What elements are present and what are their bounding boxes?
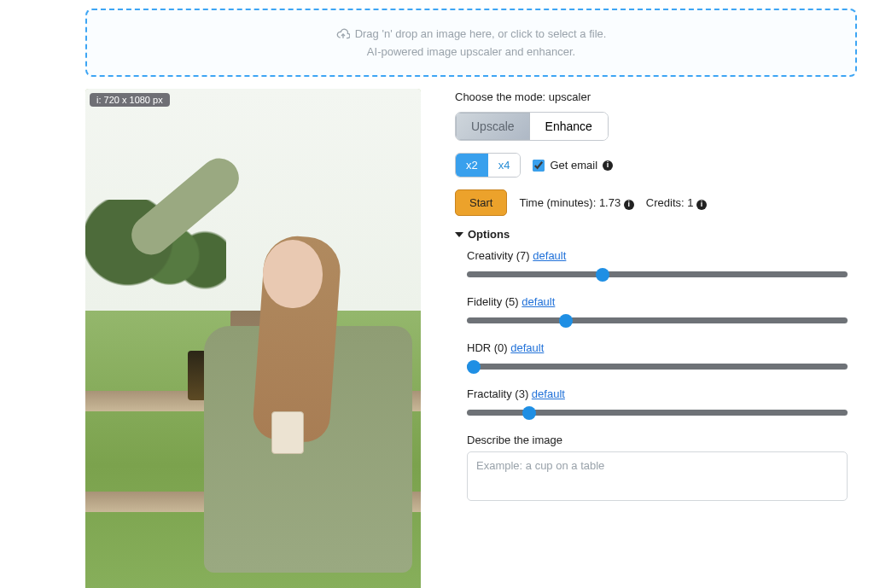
- options-header-label: Options: [468, 228, 510, 241]
- describe-textarea[interactable]: [467, 451, 848, 501]
- image-preview-panel: i: 720 x 1080 px: [85, 89, 421, 588]
- image-size-pill: i: 720 x 1080 px: [90, 93, 170, 107]
- get-email-label: Get email: [550, 159, 597, 172]
- caret-down-icon: [455, 232, 463, 237]
- fidelity-slider[interactable]: [467, 317, 848, 323]
- info-icon[interactable]: i: [624, 200, 634, 210]
- mode-title: Choose the mode: upscaler: [455, 90, 848, 103]
- scale-x2-button[interactable]: x2: [456, 154, 488, 177]
- info-icon[interactable]: i: [696, 200, 707, 210]
- time-label: Time (minutes): 1.73: [519, 196, 621, 209]
- credits-label: Credits: 1: [646, 196, 694, 209]
- fractality-slider[interactable]: [467, 410, 848, 416]
- scale-segmented-control: x2 x4: [455, 153, 521, 178]
- describe-label: Describe the image: [467, 434, 848, 446]
- hdr-label: HDR (0): [467, 341, 508, 354]
- info-icon[interactable]: i: [603, 160, 613, 171]
- dropzone[interactable]: Drag 'n' drop an image here, or click to…: [85, 9, 857, 77]
- fidelity-default-link[interactable]: default: [521, 295, 555, 308]
- get-email-checkbox-wrap[interactable]: Get email i: [533, 159, 613, 172]
- mode-enhance-button[interactable]: Enhance: [530, 113, 608, 140]
- creativity-default-link[interactable]: default: [533, 249, 566, 262]
- dropzone-text-line2: AI-powered image upscaler and enhancer.: [96, 44, 847, 61]
- fidelity-label: Fidelity (5): [467, 295, 519, 308]
- get-email-checkbox[interactable]: [533, 160, 545, 172]
- fractality-default-link[interactable]: default: [532, 387, 565, 400]
- start-button[interactable]: Start: [455, 189, 507, 216]
- scale-x4-button[interactable]: x4: [488, 154, 521, 177]
- creativity-slider[interactable]: [467, 271, 848, 277]
- controls-panel: Choose the mode: upscaler Upscale Enhanc…: [455, 89, 848, 588]
- options-toggle[interactable]: Options: [455, 228, 848, 241]
- mode-segmented-control: Upscale Enhance: [455, 112, 609, 141]
- cloud-upload-icon: [336, 27, 350, 41]
- image-preview[interactable]: [85, 89, 421, 588]
- dropzone-text-line1: Drag 'n' drop an image here, or click to…: [355, 26, 607, 43]
- mode-upscale-button[interactable]: Upscale: [456, 113, 530, 140]
- creativity-label: Creativity (7): [467, 249, 530, 262]
- hdr-slider[interactable]: [467, 364, 848, 370]
- fractality-label: Fractality (3): [467, 387, 528, 400]
- hdr-default-link[interactable]: default: [510, 341, 544, 354]
